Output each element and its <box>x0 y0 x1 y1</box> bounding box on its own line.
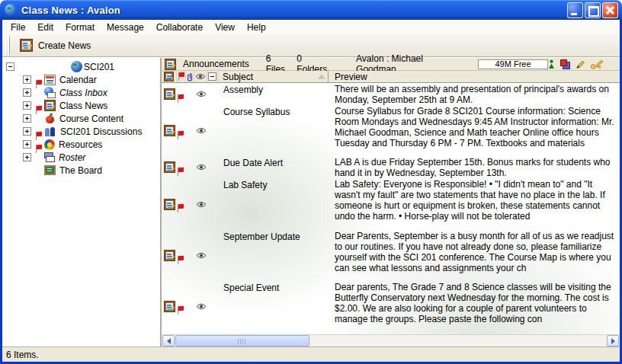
list-item[interactable]: Course Syllabus Course Syllabus for Grad… <box>162 105 620 156</box>
layers-icon[interactable] <box>560 59 570 69</box>
expand-box-icon[interactable] <box>23 153 31 161</box>
close-button[interactable] <box>602 2 618 18</box>
tree-label: Resources <box>59 139 102 150</box>
news-board-icon <box>164 199 175 210</box>
tree-label: Class News <box>59 101 107 111</box>
column-preview[interactable]: Preview <box>329 71 620 82</box>
app-window: Class News : Avalon File Edit Format Mes… <box>0 0 622 364</box>
window-title: Class News : Avalon <box>21 5 567 16</box>
tree-item-class-inbox[interactable]: Class Inbox <box>2 86 160 99</box>
horizontal-scrollbar[interactable] <box>162 334 620 346</box>
news-board-icon <box>164 161 175 173</box>
chalkboard-icon <box>44 165 56 175</box>
tree-label: SCI201 <box>84 62 114 72</box>
tree-label: Calendar <box>59 75 97 85</box>
menu-edit[interactable]: Edit <box>31 21 59 34</box>
scroll-right-button[interactable] <box>607 335 619 346</box>
list-item[interactable]: Special Event Dear parents, The Grade 7 … <box>162 281 620 331</box>
paperclip-icon <box>187 72 193 81</box>
inbox-globe-icon <box>44 87 56 98</box>
tree-label: SCI201 Discussions <box>60 126 142 137</box>
column-item-icon[interactable] <box>162 71 177 82</box>
tree-item-sci201[interactable]: SCI201 <box>2 60 160 73</box>
expand-box-icon[interactable] <box>23 101 31 110</box>
status-text: 6 Items. <box>6 350 39 360</box>
sort-ascending-icon <box>318 74 325 79</box>
message-preview: Dear Parents, September is a busy month … <box>329 230 620 273</box>
expand-box-icon[interactable] <box>23 114 31 123</box>
tree-label: Class Inbox <box>59 88 107 98</box>
scroll-left-button[interactable] <box>162 335 175 346</box>
news-board-icon <box>164 125 175 136</box>
eye-icon <box>196 127 207 134</box>
message-subject: Lab Safety <box>218 178 329 190</box>
expand-box-icon[interactable] <box>23 127 31 136</box>
message-subject: Assembly <box>218 83 329 95</box>
minimize-button[interactable] <box>567 2 583 18</box>
pencil-icon[interactable] <box>576 59 585 69</box>
resources-icon <box>44 139 55 150</box>
flag-icon <box>178 72 185 81</box>
expand-box-icon[interactable] <box>23 88 31 97</box>
list-item[interactable]: Due Date Alert LAB A is due Friday Septe… <box>162 156 620 178</box>
menu-help[interactable]: Help <box>241 21 272 34</box>
content-panel: Announcements 6 Files 0 Folders Avalon :… <box>162 58 620 346</box>
news-board-icon <box>165 59 176 70</box>
news-board-icon <box>164 72 174 81</box>
expand-box-icon[interactable] <box>23 140 31 148</box>
maximize-button[interactable] <box>585 2 601 18</box>
subject-header-label: Subject <box>223 72 253 82</box>
message-preview: Course Syllabus for Grade 8 SCI201 Cours… <box>329 105 620 148</box>
list-item[interactable]: September Update Dear Parents, September… <box>162 230 620 281</box>
eye-icon <box>196 201 207 208</box>
menu-view[interactable]: View <box>209 21 241 34</box>
news-board-icon <box>164 301 175 312</box>
tree-label: Course Content <box>59 113 123 124</box>
create-news-button[interactable]: Create News <box>17 37 94 53</box>
window-frame: File Edit Format Message Collaborate Vie… <box>0 20 622 364</box>
column-subject[interactable]: Subject <box>218 71 329 82</box>
collapse-box-icon[interactable] <box>6 62 14 71</box>
column-unread[interactable] <box>194 71 207 82</box>
column-attachment[interactable] <box>186 71 194 82</box>
column-collapse[interactable] <box>207 71 218 82</box>
title-bar[interactable]: Class News : Avalon <box>0 0 622 20</box>
eye-icon <box>196 91 207 97</box>
person-icon[interactable] <box>548 59 555 69</box>
message-list: Assembly There will be an assembly and p… <box>162 83 620 334</box>
expand-box-icon[interactable] <box>23 75 31 84</box>
tree-item-sci201-discussions[interactable]: SCI201 Discussions <box>2 125 160 138</box>
message-subject: September Update <box>218 230 329 242</box>
tree-item-class-news[interactable]: Class News <box>2 99 160 112</box>
tree-item-resources[interactable]: Resources <box>2 138 160 151</box>
menu-file[interactable]: File <box>5 21 31 34</box>
message-subject: Special Event <box>218 281 329 293</box>
create-news-icon <box>20 39 33 52</box>
list-item[interactable]: Assembly There will be an assembly and p… <box>162 83 620 105</box>
apple-icon <box>44 113 56 124</box>
news-board-icon <box>44 100 56 111</box>
roster-icon <box>44 152 55 162</box>
column-flag[interactable] <box>177 71 186 82</box>
toolbar-grip[interactable] <box>5 37 10 55</box>
eye-icon <box>196 164 207 171</box>
menu-message[interactable]: Message <box>101 21 150 34</box>
tree-item-calendar[interactable]: Calendar <box>2 73 160 86</box>
main-area: SCI201 Calendar Class Inbox <box>2 57 620 346</box>
free-space-indicator: 49M Free <box>478 59 548 69</box>
app-globe-icon <box>5 4 17 16</box>
left-arrow-icon <box>164 338 171 344</box>
panel-header: Announcements 6 Files 0 Folders Avalon :… <box>162 58 620 71</box>
news-board-icon <box>164 88 175 100</box>
tree-item-roster[interactable]: Roster <box>2 151 160 164</box>
collapse-box-icon <box>208 72 216 81</box>
list-item[interactable]: Lab Safety Lab Safety: Everyone is Respo… <box>162 178 620 230</box>
menu-collaborate[interactable]: Collaborate <box>150 21 209 34</box>
key-pencil-icon[interactable] <box>591 59 604 69</box>
menu-format[interactable]: Format <box>59 21 101 34</box>
tree-item-course-content[interactable]: Course Content <box>2 112 160 125</box>
scrollbar-thumb[interactable] <box>175 335 309 346</box>
tree-item-the-board[interactable]: The Board <box>2 164 160 177</box>
tree-label: Roster <box>59 152 85 163</box>
message-preview: Lab Safety: Everyone is Responsible! • "… <box>329 178 620 222</box>
